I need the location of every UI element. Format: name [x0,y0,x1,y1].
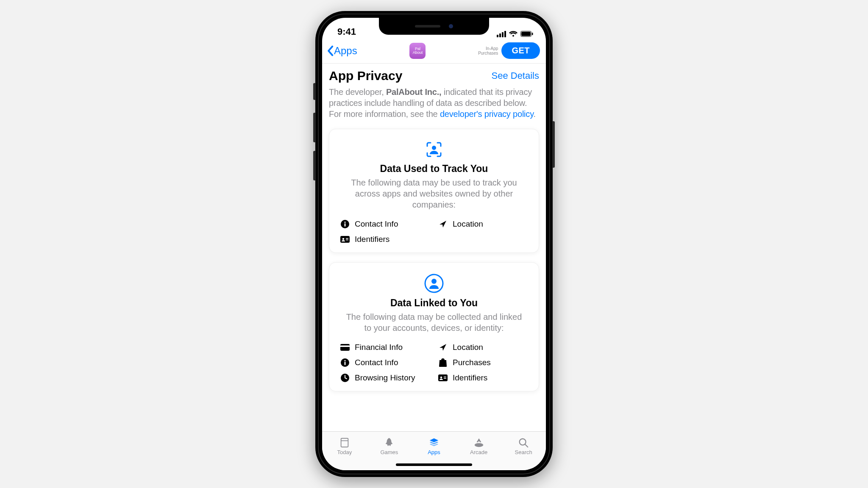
card-data-linked-to-you: Data Linked to You The following data ma… [329,262,539,391]
svg-rect-6 [345,223,346,227]
location-arrow-icon [438,343,448,352]
svg-point-12 [431,279,437,284]
svg-rect-9 [346,238,348,239]
data-item-purchases: Purchases [438,358,528,367]
data-item-identifiers: Identifiers [438,373,528,383]
svg-rect-22 [444,378,446,379]
id-card-icon [340,235,350,244]
track-icon [339,140,529,159]
info-icon [340,358,350,367]
svg-rect-10 [346,240,348,241]
today-icon [338,437,351,448]
app-icon[interactable]: Pal About [409,43,426,59]
nav-bar: Apps Pal About In-AppPurchases GET [322,39,546,64]
credit-card-icon [340,343,350,352]
card-body: The following data may be collected and … [339,311,529,333]
search-icon [517,437,530,448]
tab-today[interactable]: Today [322,432,367,461]
svg-point-3 [432,146,436,150]
svg-rect-13 [340,344,350,351]
shopping-bag-icon [438,358,448,367]
location-arrow-icon [438,219,448,229]
data-item-identifiers: Identifiers [340,235,430,244]
data-item-location: Location [438,343,528,352]
tab-apps[interactable]: Apps [412,432,456,461]
privacy-description: The developer, PalAbout Inc., indicated … [329,86,539,119]
card-title: Data Linked to You [339,297,529,309]
svg-line-28 [525,444,528,447]
linked-icon [339,274,529,293]
wifi-icon [509,30,518,37]
content: App Privacy See Details The developer, P… [322,64,546,431]
home-indicator[interactable] [396,463,472,466]
layers-icon [428,437,440,448]
svg-point-16 [344,360,345,361]
privacy-policy-link[interactable]: developer's privacy policy [440,109,534,119]
svg-point-5 [344,222,345,223]
svg-rect-7 [340,236,350,243]
svg-rect-23 [341,438,348,447]
svg-point-8 [342,238,345,240]
tab-search[interactable]: Search [501,432,546,461]
card-data-used-to-track: Data Used to Track You The following dat… [329,129,539,253]
back-label: Apps [334,45,357,57]
svg-rect-21 [444,377,446,377]
data-item-contact-info: Contact Info [340,358,430,367]
card-title: Data Used to Track You [339,163,529,175]
data-item-browsing-history: Browsing History [340,373,430,383]
tab-arcade[interactable]: Arcade [456,432,501,461]
cellular-icon [497,30,506,37]
tab-games[interactable]: Games [367,432,412,461]
data-item-financial-info: Financial Info [340,343,430,352]
get-button[interactable]: GET [501,42,540,59]
status-time: 9:41 [337,26,356,37]
svg-rect-2 [532,33,533,35]
arcade-icon [473,437,485,448]
rocket-icon [383,437,395,448]
svg-rect-14 [340,346,350,347]
svg-point-20 [440,377,442,379]
battery-icon [520,31,533,37]
card-body: The following data may be used to track … [339,177,529,210]
in-app-purchases-label: In-AppPurchases [478,46,498,55]
clock-icon [340,373,350,383]
see-details-link[interactable]: See Details [491,70,539,81]
svg-rect-17 [345,362,346,365]
id-card-icon [438,373,448,383]
svg-point-26 [478,441,480,444]
screen: 9:41 Apps Pal About In-AppPurchases GET [322,18,546,470]
svg-rect-19 [438,374,448,381]
chevron-left-icon [326,45,334,56]
page-title: App Privacy [329,69,402,83]
svg-point-25 [474,443,483,447]
phone-frame: 9:41 Apps Pal About In-AppPurchases GET [315,11,553,477]
svg-rect-1 [521,32,531,36]
data-item-location: Location [438,219,528,229]
notch [379,18,489,35]
info-icon [340,219,350,229]
data-item-contact-info: Contact Info [340,219,430,229]
back-button[interactable]: Apps [326,45,357,57]
